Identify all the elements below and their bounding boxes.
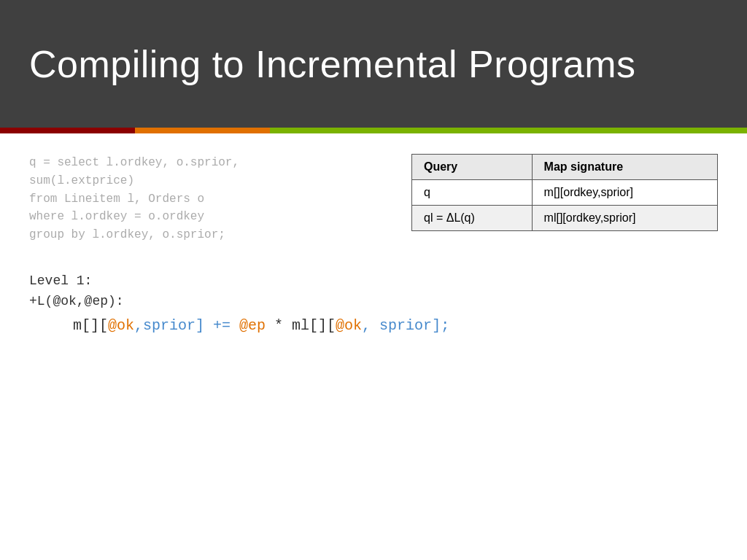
code-m-prefix: m[][ (73, 317, 108, 334)
table-row-2: ql = ΔL(q) ml[][ordkey,sprior] (412, 206, 718, 231)
level-label: Level 1: (29, 273, 718, 288)
color-bar-red (0, 128, 135, 133)
color-bar-orange (135, 128, 270, 133)
code-ok-2: @ok (336, 317, 362, 334)
table-cell-q: q (412, 180, 533, 206)
query-table: Query Map signature q m[][ordkey,sprior]… (411, 154, 718, 231)
code-rest: * ml[][ (266, 317, 336, 334)
code-line-1: q = select l.ordkey, o.sprior, (29, 154, 390, 172)
incremental-code-line: m[][@ok,sprior] += @ep * ml[][@ok, sprio… (73, 317, 718, 334)
code-ep: @ep (239, 317, 266, 334)
code-section: q = select l.ordkey, o.sprior, sum(l.ext… (29, 154, 390, 244)
table-section: Query Map signature q m[][ordkey,sprior]… (411, 154, 718, 244)
table-cell-ql-sig: ml[][ordkey,sprior] (532, 206, 717, 231)
table-cell-q-sig: m[][ordkey,sprior] (532, 180, 717, 206)
header: Compiling to Incremental Programs (0, 0, 747, 128)
table-row-1: q m[][ordkey,sprior] (412, 180, 718, 206)
code-line-3: from Lineitem l, Orders o (29, 190, 390, 209)
code-end: , sprior]; (362, 317, 449, 334)
lower-content: Level 1: +L(@ok,@ep): m[][@ok,sprior] +=… (0, 259, 747, 349)
table-cell-ql: ql = ΔL(q) (412, 206, 533, 231)
code-sprior-1: ,sprior] += (134, 317, 239, 334)
func-label: +L(@ok,@ep): (29, 294, 718, 308)
code-line-4: where l.ordkey = o.ordkey (29, 208, 390, 226)
page-title: Compiling to Incremental Programs (29, 42, 636, 86)
sql-code: q = select l.ordkey, o.sprior, sum(l.ext… (29, 154, 390, 244)
color-bar (0, 128, 747, 133)
color-bar-green (270, 128, 747, 133)
code-ok-1: @ok (108, 317, 134, 334)
code-line-5: group by l.ordkey, o.sprior; (29, 226, 390, 244)
code-line-2: sum(l.extprice) (29, 172, 390, 190)
table-header-map-sig: Map signature (532, 155, 717, 180)
main-content: q = select l.ordkey, o.sprior, sum(l.ext… (0, 133, 747, 259)
table-header-query: Query (412, 155, 533, 180)
